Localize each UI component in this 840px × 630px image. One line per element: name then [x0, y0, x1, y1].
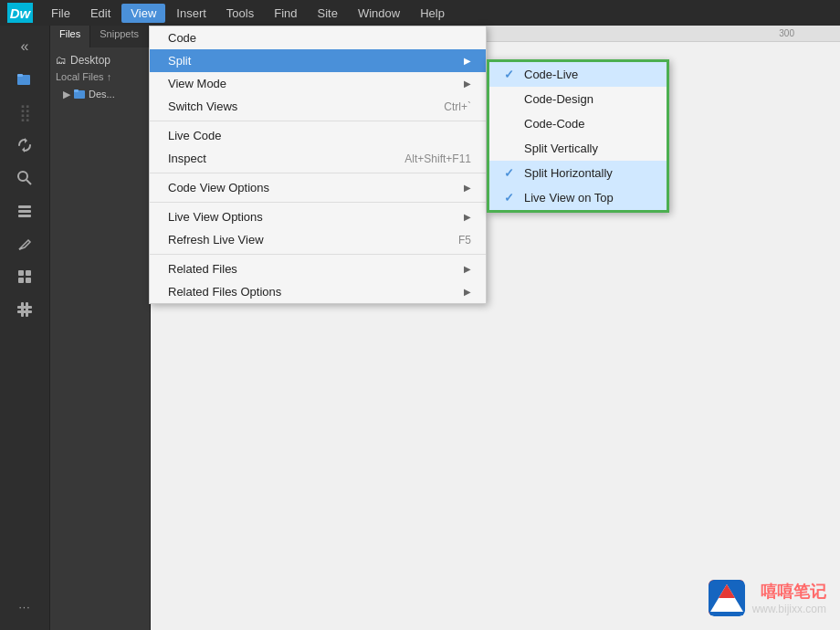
svg-rect-8 — [18, 215, 31, 217]
watermark-logo — [709, 580, 745, 616]
menu-tools[interactable]: Tools — [217, 4, 263, 23]
submenu-item-split-vertically[interactable]: Split Vertically — [489, 136, 667, 161]
sidebar-layers-icon[interactable] — [8, 197, 41, 225]
menubar: Dw File Edit View Insert Tools Find Site… — [0, 0, 840, 26]
svg-marker-3 — [22, 147, 25, 152]
menu-site[interactable]: Site — [308, 4, 346, 23]
live-view-options-arrow-icon: ▶ — [464, 212, 471, 222]
menu-file[interactable]: File — [42, 4, 79, 23]
svg-rect-19 — [74, 89, 79, 92]
svg-line-5 — [26, 180, 31, 184]
menu-item-view-mode[interactable]: View Mode ▶ — [150, 72, 486, 95]
view-mode-arrow-icon: ▶ — [464, 79, 471, 89]
menu-insert[interactable]: Insert — [167, 4, 215, 23]
code-live-check-icon: ✓ — [504, 68, 517, 81]
menu-item-code[interactable]: Code — [150, 26, 486, 49]
menu-find[interactable]: Find — [265, 4, 306, 23]
svg-rect-13 — [26, 278, 31, 283]
site-name-label: 嘻嘻笔记 — [752, 581, 826, 603]
menu-item-related-files[interactable]: Related Files ▶ — [150, 257, 486, 280]
sidebar-expand-icon[interactable]: « — [8, 33, 41, 60]
sidebar-files-icon[interactable] — [8, 66, 41, 93]
svg-rect-16 — [21, 302, 24, 317]
sidebar-grid-icon[interactable] — [8, 263, 41, 290]
svg-rect-10 — [18, 270, 24, 276]
menu-item-code-view-options[interactable]: Code View Options ▶ — [150, 176, 486, 199]
tree-item-0[interactable]: ▶ Des... — [59, 85, 146, 103]
watermark-text: 嘻嘻笔记 www.bijixx.com — [752, 581, 826, 615]
sidebar-pen-icon[interactable] — [8, 230, 41, 257]
related-files-options-arrow-icon: ▶ — [464, 287, 471, 297]
svg-rect-12 — [18, 278, 24, 283]
sidebar-divider1: ⣿ — [8, 99, 41, 126]
separator-1 — [150, 121, 486, 121]
local-files-label: Local Files ↑ — [56, 71, 111, 82]
split-horizontally-check-icon: ✓ — [504, 166, 517, 180]
panel-local-files: Local Files ↑ — [54, 68, 146, 85]
svg-rect-11 — [26, 270, 31, 276]
submenu-item-code-design[interactable]: Code-Design — [489, 87, 667, 111]
menu-edit[interactable]: Edit — [81, 4, 120, 23]
svg-marker-2 — [25, 138, 27, 143]
menu-window[interactable]: Window — [349, 4, 409, 23]
svg-point-4 — [18, 172, 27, 181]
sidebar-sync-icon[interactable] — [8, 131, 41, 159]
menu-item-related-files-options[interactable]: Related Files Options ▶ — [150, 280, 486, 303]
split-arrow-icon: ▶ — [464, 56, 471, 66]
submenu-item-live-view-on-top[interactable]: ✓ Live View on Top — [489, 185, 667, 210]
menu-item-live-code[interactable]: Live Code — [150, 124, 486, 147]
svg-rect-7 — [18, 210, 31, 213]
menu-item-switch-views[interactable]: Switch Views Ctrl+` — [150, 95, 486, 118]
svg-line-9 — [19, 248, 22, 249]
separator-2 — [150, 173, 486, 173]
folder-label: Desktop — [70, 54, 110, 67]
live-view-on-top-check-icon: ✓ — [504, 191, 517, 205]
watermark: 嘻嘻笔记 www.bijixx.com — [709, 580, 826, 616]
sidebar-more-icon[interactable]: ··· — [8, 593, 41, 621]
split-submenu: ✓ Code-Live Code-Design Code-Code Split … — [487, 59, 669, 213]
tree-expand-icon: ▶ — [63, 89, 70, 100]
svg-rect-14 — [17, 306, 32, 309]
panel-folder[interactable]: 🗂 Desktop — [54, 52, 146, 68]
tree-item-label: Des... — [89, 89, 115, 100]
svg-rect-15 — [17, 310, 32, 313]
app-logo: Dw — [7, 3, 33, 23]
code-view-options-arrow-icon: ▶ — [464, 183, 471, 193]
folder-icon: 🗂 — [56, 54, 67, 67]
sidebar-tool2-icon[interactable] — [8, 296, 41, 323]
sidebar-search-icon[interactable] — [8, 164, 41, 192]
separator-4 — [150, 254, 486, 255]
svg-rect-17 — [26, 302, 28, 317]
sidebar: « ⣿ — [0, 26, 50, 630]
panel-tabs: Files Snippets — [50, 26, 150, 47]
menu-item-refresh-live-view[interactable]: Refresh Live View F5 — [150, 228, 486, 251]
panel-content: 🗂 Desktop Local Files ↑ ▶ Des... — [50, 47, 150, 108]
view-menu: Code Split ▶ View Mode ▶ Switch Views Ct… — [149, 26, 487, 304]
svg-rect-6 — [18, 205, 31, 208]
menu-help[interactable]: Help — [411, 4, 454, 23]
tree-folder-icon — [73, 87, 86, 101]
separator-3 — [150, 202, 486, 203]
menu-item-split[interactable]: Split ▶ — [150, 49, 486, 72]
tab-snippets[interactable]: Snippets — [90, 26, 149, 47]
tab-files[interactable]: Files — [50, 26, 90, 47]
submenu-item-code-live[interactable]: ✓ Code-Live — [489, 62, 667, 87]
svg-rect-1 — [17, 74, 23, 77]
submenu-item-code-code[interactable]: Code-Code — [489, 111, 667, 136]
submenu-item-split-horizontally[interactable]: ✓ Split Horizontally — [489, 161, 667, 185]
files-panel: Files Snippets 🗂 Desktop Local Files ↑ ▶… — [50, 26, 151, 630]
menu-view[interactable]: View — [121, 4, 165, 23]
menu-item-inspect[interactable]: Inspect Alt+Shift+F11 — [150, 147, 486, 170]
related-files-arrow-icon: ▶ — [464, 264, 471, 274]
menu-item-live-view-options[interactable]: Live View Options ▶ — [150, 205, 486, 228]
site-url-label: www.bijixx.com — [752, 603, 826, 615]
